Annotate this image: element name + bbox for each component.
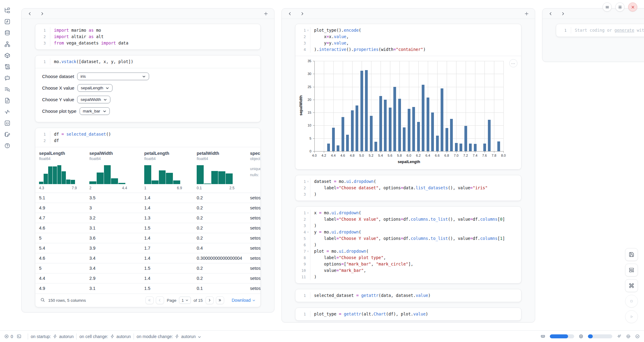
code-editor-plot[interactable]: 1∨plot_type().encode(2 x=x.value,3 y=y.v…: [295, 24, 521, 56]
fold-chevron-icon[interactable]: ∨: [306, 29, 310, 32]
bar: [417, 122, 420, 151]
save-button[interactable]: [625, 248, 638, 261]
table-row[interactable]: 53.61.40.2setosa: [35, 233, 260, 243]
download-button[interactable]: Download: [232, 298, 256, 303]
code-text: import marimo as mo: [50, 27, 256, 34]
generate-link[interactable]: generate: [614, 28, 634, 33]
fold-chevron-icon[interactable]: ∨: [306, 212, 310, 214]
column-header-petalWidth[interactable]: petalWidthfloat640.12.5: [193, 147, 246, 193]
runtime-config-2[interactable]: on cell change:autorun: [79, 334, 131, 339]
errors-indicator[interactable]: 0: [4, 334, 13, 339]
prev-page-button[interactable]: [156, 296, 164, 304]
ai-placeholder[interactable]: Start coding or generate with AI: [571, 27, 644, 34]
table-row[interactable]: 4.63.11.50.2setosa: [35, 223, 260, 233]
column-right-button[interactable]: [298, 10, 306, 18]
table-cell: 0.2: [193, 193, 246, 203]
x-value-control: Choose X value sepalLength: [42, 84, 254, 92]
y-value-select[interactable]: sepalWidth: [77, 96, 110, 103]
separator: [28, 333, 28, 340]
table-row[interactable]: 4.42.91.40.2setosa: [35, 273, 260, 283]
column-left-button[interactable]: [26, 10, 34, 18]
settings-button[interactable]: [615, 2, 624, 12]
copilot-button[interactable]: [626, 334, 631, 339]
runtime-config-value: autorun: [181, 334, 195, 339]
code-editor-plottype[interactable]: 1plot_type = getattr(alt.Chart(df), plot…: [295, 308, 521, 320]
code-square-icon[interactable]: [4, 120, 10, 126]
table-row[interactable]: 5.43.91.70.4setosa: [35, 243, 260, 253]
x-tick-label: 7.8: [489, 154, 499, 157]
code-editor-imports[interactable]: 1import marimo as mo2import altair as al…: [35, 24, 260, 49]
list-search-icon[interactable]: [4, 86, 10, 92]
table-row[interactable]: 4.931.40.2setosa: [35, 203, 260, 213]
fold-chevron-icon[interactable]: ∨: [306, 231, 310, 233]
code-editor-selected[interactable]: 1selected_dataset = getattr(data, datase…: [295, 289, 521, 302]
column-type: object: [250, 157, 260, 161]
dataset-select[interactable]: iris: [77, 73, 149, 80]
column-header-species[interactable]: speciesobjectuniquenulls:: [246, 147, 260, 193]
code-editor-xyplot[interactable]: 1∨x = mo.ui.dropdown(2 label="Choose X v…: [295, 207, 521, 283]
x-value-label: Choose X value: [42, 85, 74, 91]
code-editor-df[interactable]: 1df = selected_dataset()2df: [35, 128, 260, 147]
first-page-button[interactable]: [145, 296, 154, 304]
run-button[interactable]: [625, 310, 638, 323]
runtime-config-3[interactable]: on module change:autorun: [137, 334, 201, 339]
table-row[interactable]: 4.93.11.50.1setosa: [35, 283, 260, 294]
x-value-select[interactable]: sepalLength: [77, 84, 113, 92]
table-row[interactable]: 4.73.21.30.2setosa: [35, 213, 260, 223]
stop-button[interactable]: [625, 295, 638, 308]
next-page-button[interactable]: [206, 296, 214, 304]
shutdown-button[interactable]: [628, 2, 637, 12]
column-header-sepalWidth[interactable]: sepalWidthfloat6424.4: [86, 147, 141, 193]
help-circle-icon[interactable]: [4, 143, 10, 149]
file-text-icon[interactable]: [4, 98, 10, 104]
chart-actions-button[interactable]: ⋯: [509, 59, 517, 67]
package-icon[interactable]: [4, 52, 10, 59]
bar-chart[interactable]: ⋯ 4.04.24.44.64.85.05.25.45.65.86.06.26.…: [295, 56, 521, 169]
add-column-button[interactable]: [262, 10, 270, 18]
code-editor-dataset[interactable]: 1∨dataset = mo.ui.dropdown(2 label="Choo…: [295, 175, 521, 201]
notebook-pen-icon[interactable]: [4, 131, 10, 137]
file-tree-icon[interactable]: [4, 7, 10, 13]
menu-button[interactable]: [603, 2, 612, 12]
function-square-icon[interactable]: [4, 19, 10, 25]
layout-button[interactable]: [625, 264, 638, 276]
x-gridline: [494, 61, 494, 151]
column-header-petalLength[interactable]: petalLengthfloat6416.9: [141, 147, 193, 193]
command-palette-button[interactable]: [625, 279, 638, 292]
add-column-button[interactable]: [523, 10, 531, 18]
terminal-button[interactable]: [17, 334, 21, 339]
column-header-sepalLength[interactable]: sepalLengthfloat644.37.9: [35, 147, 86, 193]
code-editor-empty[interactable]: 1 Start coding or generate with AI: [556, 24, 644, 37]
runtime-config-value: autorun: [59, 334, 73, 339]
table-row[interactable]: 4.63.41.40.30000000000000004setosa: [35, 253, 260, 263]
table-cell: 4.6: [35, 253, 86, 263]
code-text: ): [310, 242, 517, 248]
runtime-config-1[interactable]: on startup:autorun: [31, 334, 74, 339]
ai-assist-button[interactable]: [617, 334, 621, 339]
column-name: petalLength: [144, 151, 191, 156]
column-left-button[interactable]: [547, 10, 555, 18]
column-right-button[interactable]: [38, 10, 46, 18]
activity-icon[interactable]: [4, 109, 10, 115]
bar: [384, 100, 387, 151]
dependency-graph-icon[interactable]: [4, 41, 10, 47]
column-left-button[interactable]: [286, 10, 294, 18]
chat-bot-icon[interactable]: [4, 75, 10, 81]
last-page-button[interactable]: [216, 296, 224, 304]
column-right-button[interactable]: [559, 10, 567, 18]
code-text: df = selected_dataset(): [50, 131, 256, 137]
scroll-text-icon[interactable]: [4, 64, 10, 70]
table-row[interactable]: 53.41.50.2setosa: [35, 263, 260, 273]
bar: [351, 110, 354, 151]
plot-type-select[interactable]: mark_bar: [80, 107, 110, 115]
database-icon[interactable]: [4, 30, 10, 36]
fold-chevron-icon[interactable]: ∨: [306, 180, 310, 183]
code-text: ): [310, 274, 517, 280]
table-row[interactable]: 5.13.51.40.2setosa: [35, 193, 260, 203]
download-label: Download: [232, 298, 251, 303]
table-search-button[interactable]: [40, 297, 45, 303]
connection-status-icon[interactable]: [635, 334, 640, 339]
code-editor-vstack[interactable]: 1mo.vstack([dataset, x, y, plot]): [35, 55, 260, 68]
page-select[interactable]: 1: [179, 297, 191, 304]
fold-chevron-icon[interactable]: ∨: [306, 250, 310, 253]
